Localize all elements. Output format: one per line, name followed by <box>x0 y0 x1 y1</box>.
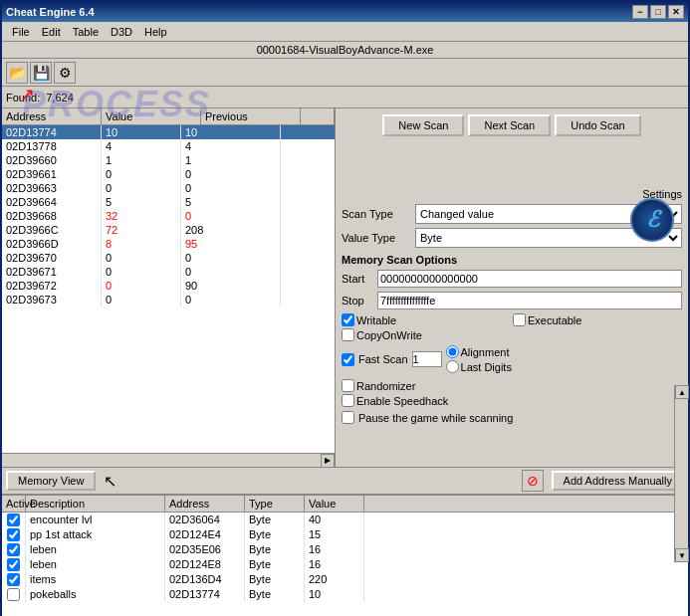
value-cell: 5 <box>102 195 181 209</box>
found-count: 7,624 <box>46 92 96 103</box>
executable-row: Executable <box>513 313 682 326</box>
start-address-input[interactable] <box>377 270 682 288</box>
alignment-radio[interactable] <box>446 345 459 358</box>
value-cell: 10 <box>102 125 181 139</box>
active-cell[interactable] <box>2 542 26 557</box>
table-row[interactable]: 02D3966D 8 95 <box>2 237 335 251</box>
table-row[interactable]: 02D39663 0 0 <box>2 181 335 195</box>
active-cell[interactable] <box>2 572 26 587</box>
stop-address-input[interactable] <box>377 292 682 309</box>
undo-scan-button[interactable]: Undo Scan <box>555 114 640 136</box>
address-cell: 02D124E8 <box>165 557 245 572</box>
table-row[interactable]: 02D39673 0 0 <box>2 293 335 307</box>
new-scan-button[interactable]: New Scan <box>382 114 464 136</box>
address-table-header: Active Description Address Type Value <box>2 496 688 513</box>
type-cell: Byte <box>245 572 305 587</box>
table-row[interactable]: 02D39671 0 0 <box>2 265 335 279</box>
previous-cell: 90 <box>181 279 281 293</box>
last-digits-label: Last Digits <box>461 361 512 373</box>
randomizer-checkbox[interactable] <box>342 379 354 392</box>
description-cell: pokeballs <box>26 587 165 602</box>
type-cell: Byte <box>245 557 305 572</box>
menu-edit[interactable]: Edit <box>36 24 67 40</box>
pause-checkbox[interactable] <box>342 411 354 424</box>
previous-cell: 0 <box>181 251 281 265</box>
value-cell: 0 <box>102 181 181 195</box>
active-cell[interactable] <box>2 557 26 572</box>
value-cell: 8 <box>102 237 181 251</box>
open-button[interactable]: 📂 <box>6 62 28 84</box>
fast-scan-input[interactable] <box>412 351 442 367</box>
stop-scan-icon[interactable]: ⊘ <box>522 470 544 492</box>
value-cell: 32 <box>102 209 181 223</box>
active-cell[interactable] <box>2 527 26 542</box>
previous-cell: 0 <box>181 167 281 181</box>
active-cell[interactable] <box>2 587 26 602</box>
active-cell[interactable] <box>2 513 26 527</box>
address-table-container: Active Description Address Type Value en… <box>2 495 688 616</box>
table-row[interactable]: pokeballs 02D13774 Byte 10 <box>2 587 688 602</box>
address-header: Address <box>165 496 245 512</box>
previous-cell: 0 <box>181 181 281 195</box>
fast-scan-checkbox[interactable] <box>342 353 354 366</box>
menu-file[interactable]: File <box>6 24 36 40</box>
memory-scan-options-label: Memory Scan Options <box>342 254 682 266</box>
minimize-button[interactable]: − <box>632 5 648 19</box>
table-row[interactable]: pp 1st attack 02D124E4 Byte 15 <box>2 527 688 542</box>
address-cell: 02D124E4 <box>165 527 245 542</box>
horizontal-scrollbar[interactable]: ▶ <box>2 453 335 467</box>
menu-bar: File Edit Table D3D Help <box>2 22 688 42</box>
memory-options-grid: Writable Executable CopyOnWrite <box>342 313 682 341</box>
table-row[interactable]: 02D39670 0 0 <box>2 251 335 265</box>
table-row[interactable]: leben 02D124E8 Byte 16 <box>2 557 688 572</box>
title-controls: − □ ✕ <box>632 5 684 19</box>
table-row[interactable]: leben 02D35E06 Byte 16 <box>2 542 688 557</box>
previous-column-header: Previous <box>201 108 301 124</box>
address-cell: 02D39661 <box>2 167 102 181</box>
table-row[interactable]: items 02D136D4 Byte 220 <box>2 572 688 587</box>
table-row[interactable]: 02D39660 1 1 <box>2 153 335 167</box>
table-row[interactable]: 02D13774 10 10 <box>2 125 335 139</box>
menu-d3d[interactable]: D3D <box>105 24 138 40</box>
right-scrollbar[interactable]: ▲ ▼ <box>674 385 688 562</box>
copy-on-write-label: CopyOnWrite <box>356 329 422 341</box>
copy-on-write-checkbox[interactable] <box>342 328 354 341</box>
scan-type-label: Scan Type <box>342 208 411 220</box>
scan-results-list[interactable]: 02D13774 10 10 02D13778 4 4 02D39660 1 1… <box>2 125 335 453</box>
table-row[interactable]: 02D39668 32 0 <box>2 209 335 223</box>
writable-checkbox[interactable] <box>342 313 354 326</box>
description-header: Description <box>26 496 165 512</box>
table-row[interactable]: 02D39672 0 90 <box>2 279 335 293</box>
next-scan-button[interactable]: Next Scan <box>468 114 551 136</box>
start-address-row: Start <box>342 270 682 288</box>
table-row[interactable]: encounter lvl 02D36064 Byte 40 <box>2 513 688 527</box>
settings-label[interactable]: Settings <box>342 188 682 200</box>
previous-cell: 0 <box>181 293 281 307</box>
table-row[interactable]: 02D13778 4 4 <box>2 139 335 153</box>
table-row[interactable]: 02D39661 0 0 <box>2 167 335 181</box>
pointer-icon[interactable]: ↖ <box>104 472 116 491</box>
last-digits-radio[interactable] <box>446 360 459 373</box>
table-row[interactable]: 02D3966C 72 208 <box>2 223 335 237</box>
executable-checkbox[interactable] <box>513 313 526 326</box>
active-header: Active <box>2 496 26 512</box>
found-bar: Found: 7,624 <box>2 87 688 108</box>
address-cell: 02D3966D <box>2 237 102 251</box>
save-button[interactable]: 💾 <box>30 62 52 84</box>
randomizer-label: Randomizer <box>356 380 415 392</box>
add-address-button[interactable]: Add Address Manually <box>552 471 684 491</box>
address-cell: 02D39660 <box>2 153 102 167</box>
close-button[interactable]: ✕ <box>668 5 684 19</box>
maximize-button[interactable]: □ <box>650 5 666 19</box>
address-table-body: encounter lvl 02D36064 Byte 40 pp 1st at… <box>2 513 688 616</box>
value-cell: 0 <box>102 167 181 181</box>
memory-view-button[interactable]: Memory View <box>6 471 96 491</box>
address-cell: 02D39672 <box>2 279 102 293</box>
settings-button[interactable]: ⚙ <box>54 62 76 84</box>
menu-help[interactable]: Help <box>138 24 173 40</box>
start-label: Start <box>342 273 373 285</box>
menu-table[interactable]: Table <box>67 24 105 40</box>
table-row[interactable]: 02D39664 5 5 <box>2 195 335 209</box>
speedhack-row: Enable Speedhack <box>342 394 682 407</box>
speedhack-checkbox[interactable] <box>342 394 354 407</box>
